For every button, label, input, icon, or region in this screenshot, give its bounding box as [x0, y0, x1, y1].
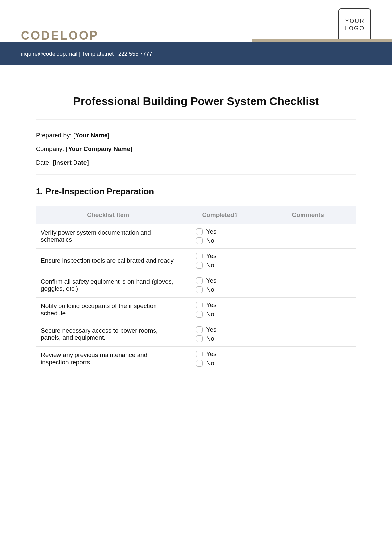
no-label: No	[206, 237, 214, 244]
meta-label: Date:	[36, 159, 51, 166]
checkbox-yes[interactable]	[196, 302, 203, 308]
yes-label: Yes	[206, 350, 217, 358]
table-row: Secure necessary access to power rooms, …	[36, 322, 356, 347]
divider	[36, 119, 356, 120]
completed-cell: Yes No	[180, 298, 260, 322]
checkbox-yes[interactable]	[196, 277, 203, 284]
table-row: Confirm all safety equipment is on hand …	[36, 273, 356, 298]
no-label: No	[206, 286, 214, 293]
checklist-item-text: Confirm all safety equipment is on hand …	[36, 273, 180, 298]
logo-placeholder: YOUR LOGO	[338, 8, 371, 41]
table-header-row: Checklist Item Completed? Comments	[36, 206, 356, 224]
meta-date: Date: [Insert Date]	[36, 159, 356, 166]
checkbox-no[interactable]	[196, 311, 203, 318]
yes-label: Yes	[206, 228, 217, 235]
meta-company: Company: [Your Company Name]	[36, 145, 356, 153]
checkbox-yes[interactable]	[196, 351, 203, 357]
col-header-comments: Comments	[260, 206, 356, 224]
comments-cell[interactable]	[260, 298, 356, 322]
checkbox-no[interactable]	[196, 360, 203, 367]
table-row: Verify power system documentation and sc…	[36, 224, 356, 249]
header-bar: inquire@codeloop.mail | Template.net | 2…	[0, 42, 392, 65]
contact-line: inquire@codeloop.mail | Template.net | 2…	[21, 51, 152, 57]
completed-cell: Yes No	[180, 249, 260, 273]
meta-value: [Insert Date]	[53, 159, 89, 166]
comments-cell[interactable]	[260, 224, 356, 249]
yes-label: Yes	[206, 277, 217, 284]
checklist-item-text: Notify building occupants of the inspect…	[36, 298, 180, 322]
comments-cell[interactable]	[260, 347, 356, 371]
divider	[36, 387, 356, 387]
comments-cell[interactable]	[260, 273, 356, 298]
yes-label: Yes	[206, 253, 217, 260]
checklist-item-text: Secure necessary access to power rooms, …	[36, 322, 180, 347]
col-header-item: Checklist Item	[36, 206, 180, 224]
content: Professional Building Power System Check…	[0, 65, 392, 400]
completed-cell: Yes No	[180, 224, 260, 249]
checkbox-no[interactable]	[196, 237, 203, 244]
no-label: No	[206, 311, 214, 318]
header-top: CODELOOP YOUR LOGO	[0, 0, 392, 42]
no-label: No	[206, 360, 214, 367]
accent-stripe	[252, 39, 392, 42]
checkbox-no[interactable]	[196, 286, 203, 293]
checklist-item-text: Review any previous maintenance and insp…	[36, 347, 180, 371]
completed-cell: Yes No	[180, 347, 260, 371]
yes-label: Yes	[206, 301, 217, 309]
comments-cell[interactable]	[260, 322, 356, 347]
checklist-item-text: Verify power system documentation and sc…	[36, 224, 180, 249]
checkbox-yes[interactable]	[196, 228, 203, 235]
comments-cell[interactable]	[260, 249, 356, 273]
brand-name: CODELOOP	[21, 29, 99, 42]
meta-prepared-by: Prepared by: [Your Name]	[36, 132, 356, 139]
divider	[36, 174, 356, 175]
checkbox-no[interactable]	[196, 335, 203, 342]
no-label: No	[206, 262, 214, 269]
checkbox-no[interactable]	[196, 262, 203, 269]
table-row: Review any previous maintenance and insp…	[36, 347, 356, 371]
col-header-completed: Completed?	[180, 206, 260, 224]
yes-label: Yes	[206, 326, 217, 333]
table-row: Notify building occupants of the inspect…	[36, 298, 356, 322]
page-title: Professional Building Power System Check…	[36, 95, 356, 107]
header-bar-wrap: inquire@codeloop.mail | Template.net | 2…	[0, 42, 392, 65]
no-label: No	[206, 335, 214, 342]
checkbox-yes[interactable]	[196, 326, 203, 333]
checkbox-yes[interactable]	[196, 253, 203, 259]
meta-value: [Your Company Name]	[66, 145, 132, 152]
completed-cell: Yes No	[180, 273, 260, 298]
meta-value: [Your Name]	[73, 132, 110, 138]
section-heading-1: 1. Pre-Inspection Preparation	[36, 187, 356, 197]
table-row: Ensure inspection tools are calibrated a…	[36, 249, 356, 273]
completed-cell: Yes No	[180, 322, 260, 347]
checklist-item-text: Ensure inspection tools are calibrated a…	[36, 249, 180, 273]
meta-label: Company:	[36, 145, 64, 152]
checklist-table: Checklist Item Completed? Comments Verif…	[36, 206, 356, 371]
meta-label: Prepared by:	[36, 132, 72, 138]
